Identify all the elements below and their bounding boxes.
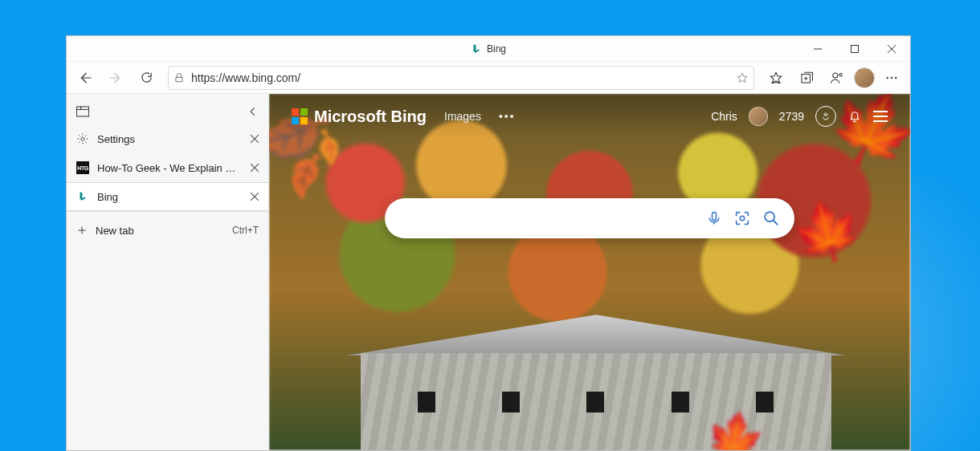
new-tab-button[interactable]: New tab Ctrl+T xyxy=(67,216,268,245)
main-area: Settings HTG How-To Geek - We Explain Te… xyxy=(67,94,910,450)
svg-point-3 xyxy=(839,73,842,75)
rewards-points[interactable]: 2739 xyxy=(779,110,804,123)
svg-point-10 xyxy=(740,216,745,221)
notifications-icon[interactable] xyxy=(847,109,862,124)
voice-search-icon[interactable] xyxy=(706,210,722,226)
vertical-tabs-pane: Settings HTG How-To Geek - We Explain Te… xyxy=(67,94,269,450)
bing-favicon xyxy=(76,190,89,203)
favorites-button[interactable] xyxy=(762,65,790,91)
user-avatar[interactable] xyxy=(854,67,875,88)
bing-icon xyxy=(471,43,482,55)
collections-button[interactable] xyxy=(793,65,820,91)
bing-user-name[interactable]: Chris xyxy=(711,110,737,123)
refresh-button[interactable] xyxy=(133,65,160,91)
close-tab-icon[interactable] xyxy=(247,160,262,175)
plus-icon xyxy=(76,225,88,236)
profile-menu-button[interactable] xyxy=(823,65,851,91)
hamburger-menu-icon[interactable] xyxy=(873,111,888,122)
search-input[interactable] xyxy=(399,211,695,226)
favorite-star-icon[interactable] xyxy=(736,71,749,84)
svg-point-11 xyxy=(765,212,774,221)
window-title: Bing xyxy=(487,43,506,55)
close-button[interactable] xyxy=(873,36,910,61)
tab-settings[interactable]: Settings xyxy=(67,124,268,153)
bing-logo-text: Microsoft Bing xyxy=(314,108,427,126)
new-tab-shortcut: Ctrl+T xyxy=(232,225,259,236)
bing-search-box[interactable] xyxy=(385,198,794,238)
tab-bing[interactable]: Bing xyxy=(67,182,268,211)
close-tab-icon[interactable] xyxy=(247,189,262,204)
tab-howtogeek[interactable]: HTG How-To Geek - We Explain Technology xyxy=(67,153,268,182)
bing-logo[interactable]: Microsoft Bing xyxy=(292,108,427,126)
browser-window: Bing xyxy=(66,35,911,451)
window-title-group: Bing xyxy=(471,43,506,55)
more-menu-button[interactable] xyxy=(878,65,905,91)
svg-point-8 xyxy=(81,137,84,140)
vertical-tabs-header xyxy=(67,99,268,124)
tab-label: Settings xyxy=(97,133,239,145)
collapse-tabs-button[interactable] xyxy=(247,106,259,117)
svg-rect-0 xyxy=(851,45,859,52)
search-icon[interactable] xyxy=(762,209,780,227)
lock-icon xyxy=(174,72,185,83)
address-bar[interactable] xyxy=(168,66,754,90)
svg-rect-9 xyxy=(713,213,717,221)
tabs-icon[interactable] xyxy=(76,106,89,117)
svg-point-6 xyxy=(895,76,896,78)
image-search-icon[interactable] xyxy=(733,209,751,227)
close-tab-icon[interactable] xyxy=(247,132,262,146)
window-controls xyxy=(799,36,910,61)
minimize-button[interactable] xyxy=(799,36,836,61)
nav-images-link[interactable]: Images xyxy=(444,110,481,123)
gear-icon xyxy=(76,132,89,145)
rewards-icon[interactable] xyxy=(815,106,836,127)
url-input[interactable] xyxy=(191,71,729,84)
microsoft-logo-icon xyxy=(292,108,308,124)
toolbar xyxy=(67,62,910,94)
bing-background-image: 🍁 🍁 🍂 🍁 xyxy=(269,94,910,450)
back-button[interactable] xyxy=(71,65,99,91)
forward-button[interactable] xyxy=(102,65,129,91)
svg-rect-7 xyxy=(76,107,88,116)
svg-point-4 xyxy=(887,76,888,78)
maximize-button[interactable] xyxy=(836,36,873,61)
tab-label: Bing xyxy=(97,191,239,203)
new-tab-label: New tab xyxy=(96,225,134,237)
tab-label: How-To Geek - We Explain Technology xyxy=(97,162,239,174)
bing-header: Microsoft Bing Images ••• Chris 2739 xyxy=(269,94,910,139)
titlebar[interactable]: Bing xyxy=(67,36,910,62)
page-content: 🍁 🍁 🍂 🍁 Microsoft Bing Images ••• Chris … xyxy=(269,94,910,450)
bing-user-avatar[interactable] xyxy=(749,107,768,126)
nav-more-icon[interactable]: ••• xyxy=(499,110,516,123)
svg-point-5 xyxy=(891,76,892,78)
svg-point-2 xyxy=(833,73,838,78)
htg-favicon: HTG xyxy=(76,161,89,174)
